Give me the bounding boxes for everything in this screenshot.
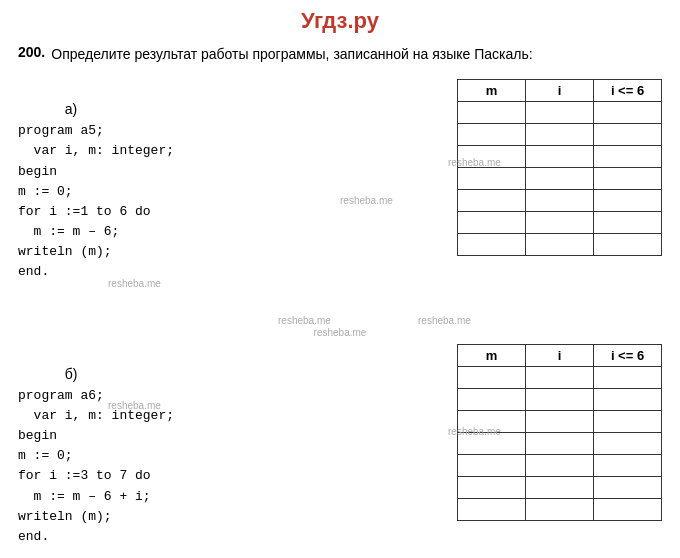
code-line-2-a: var i, m: integer;: [18, 143, 174, 158]
code-line-1-b: program a6;: [18, 388, 104, 403]
table-row: [458, 102, 662, 124]
code-line-6-b: m := m – 6 + i;: [18, 489, 151, 504]
code-block-b: б) program a6; var i, m: integer; begin …: [18, 344, 338, 558]
problem-number: 200.: [18, 44, 45, 73]
table-row: [458, 146, 662, 168]
code-line-3-a: begin: [18, 164, 57, 179]
code-line-5-a: for i :=1 to 6 do: [18, 204, 151, 219]
col-header-m-b: m: [458, 344, 526, 366]
table-row: [458, 498, 662, 520]
col-header-cond-b: i <= 6: [594, 344, 662, 366]
code-line-7-b: writeln (m);: [18, 509, 112, 524]
col-header-i-b: i: [526, 344, 594, 366]
trace-table-a: m i i <= 6: [457, 79, 662, 256]
section-a: а) program a5; var i, m: integer; begin …: [18, 79, 662, 303]
table-row: [458, 168, 662, 190]
code-line-7-a: writeln (m);: [18, 244, 112, 259]
code-line-4-a: m := 0;: [18, 184, 73, 199]
trace-table-b: m i i <= 6: [457, 344, 662, 521]
resheba-center-1: resheba.me: [18, 327, 662, 338]
col-header-i-a: i: [526, 80, 594, 102]
col-header-m-a: m: [458, 80, 526, 102]
table-row: [458, 366, 662, 388]
code-line-2-b: var i, m: integer;: [18, 408, 174, 423]
section-a-label: а): [65, 101, 77, 117]
table-row: [458, 234, 662, 256]
table-row: [458, 388, 662, 410]
table-row: [458, 454, 662, 476]
table-area-b: resheba.me m i i <= 6: [348, 344, 662, 521]
site-header: Угдз.ру: [0, 0, 680, 38]
code-line-1-a: program a5;: [18, 123, 104, 138]
code-line-4-b: m := 0;: [18, 448, 73, 463]
watermark-mid-b: resheba.me: [418, 315, 471, 326]
problem-description: Определите результат работы программы, з…: [51, 44, 532, 65]
table-row: [458, 212, 662, 234]
col-header-cond-a: i <= 6: [594, 80, 662, 102]
table-area-a: resheba.me m i i <= 6: [348, 79, 662, 256]
table-row: [458, 190, 662, 212]
code-line-8-a: end.: [18, 264, 49, 279]
code-line-3-b: begin: [18, 428, 57, 443]
section-b: б) program a6; var i, m: integer; begin …: [18, 344, 662, 558]
main-content: 200. Определите результат работы програм…: [0, 38, 680, 558]
section-b-label: б): [65, 366, 78, 382]
watermark-mid-a: resheba.me: [278, 315, 331, 326]
code-line-5-b: for i :=3 to 7 do: [18, 468, 151, 483]
table-row: [458, 410, 662, 432]
table-row: [458, 476, 662, 498]
code-line-8-b: end.: [18, 529, 49, 544]
table-row: [458, 124, 662, 146]
table-row: [458, 432, 662, 454]
code-block-a: а) program a5; var i, m: integer; begin …: [18, 79, 338, 303]
code-line-6-a: m := m – 6;: [18, 224, 119, 239]
